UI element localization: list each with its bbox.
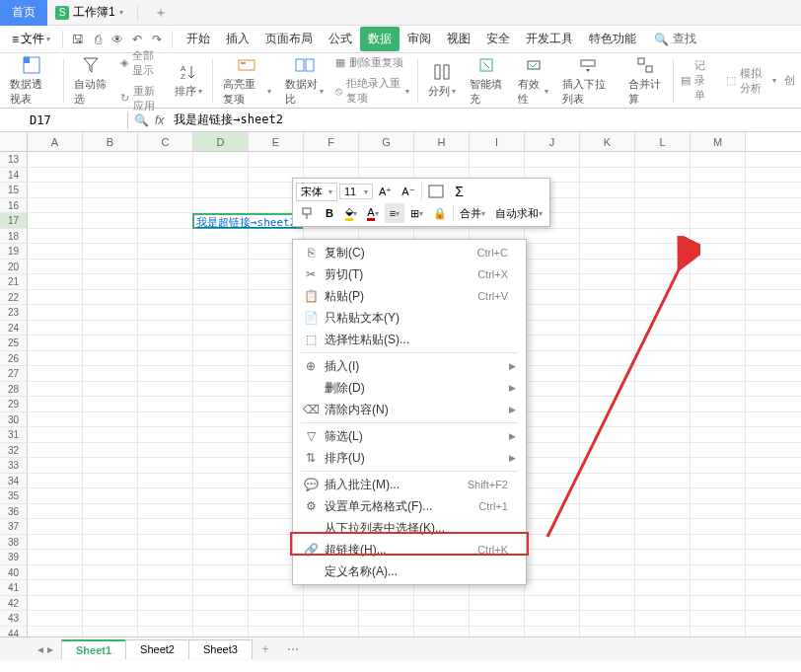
cell-D35[interactable] (193, 488, 249, 503)
record-form-button[interactable]: ▤记录单 (677, 56, 720, 105)
cell-E13[interactable] (249, 152, 304, 167)
context-item-paste[interactable]: 📋粘贴(P)Ctrl+V (293, 285, 526, 307)
cell-B43[interactable] (83, 611, 138, 626)
cell-D31[interactable] (193, 427, 249, 442)
cell-M19[interactable] (691, 244, 746, 259)
format-painter-button[interactable] (296, 203, 318, 223)
cell-K20[interactable] (580, 260, 635, 274)
cell-K37[interactable] (580, 519, 635, 534)
cell-C23[interactable] (138, 305, 193, 320)
cell-K23[interactable] (580, 305, 635, 320)
menu-item-3[interactable]: 公式 (321, 27, 360, 51)
cell-F42[interactable] (304, 596, 359, 611)
col-header-F[interactable]: F (304, 132, 359, 151)
cell-D25[interactable] (193, 336, 249, 350)
cell-B37[interactable] (83, 519, 138, 534)
cell-D13[interactable] (193, 152, 249, 167)
sheet-list-button[interactable]: ⋯ (279, 639, 307, 659)
cell-L14[interactable] (635, 168, 691, 183)
row-header-19[interactable]: 19 (0, 244, 28, 259)
formula-input[interactable]: 我是超链接→sheet2 (170, 110, 287, 130)
name-box[interactable]: D17 (0, 112, 128, 129)
cell-L13[interactable] (635, 152, 691, 167)
cell-E42[interactable] (249, 596, 304, 611)
cell-K29[interactable] (580, 397, 635, 411)
cell-D27[interactable] (193, 366, 249, 381)
menu-item-5[interactable]: 审阅 (400, 27, 439, 51)
cell-C19[interactable] (138, 244, 193, 259)
cell-L38[interactable] (635, 535, 691, 550)
cell-C33[interactable] (138, 458, 193, 473)
row-header-42[interactable]: 42 (0, 596, 28, 611)
cell-C30[interactable] (138, 412, 193, 427)
document-tab[interactable]: S 工作簿1 ▾ (47, 0, 131, 25)
cell-J39[interactable] (525, 550, 580, 564)
cell-A23[interactable] (28, 305, 83, 320)
cell-D30[interactable] (193, 412, 249, 427)
cell-A27[interactable] (28, 366, 83, 381)
row-header-29[interactable]: 29 (0, 397, 28, 411)
cell-B13[interactable] (83, 152, 138, 167)
cell-B31[interactable] (83, 427, 138, 442)
cell-J30[interactable] (525, 412, 580, 427)
cell-C37[interactable] (138, 519, 193, 534)
cell-M36[interactable] (691, 504, 746, 519)
cell-A39[interactable] (28, 550, 83, 564)
row-header-18[interactable]: 18 (0, 229, 28, 244)
cell-M13[interactable] (691, 152, 746, 167)
cell-F13[interactable] (304, 152, 359, 167)
cell-M26[interactable] (691, 351, 746, 366)
cell-J24[interactable] (525, 321, 580, 336)
cell-L26[interactable] (635, 351, 691, 366)
cell-M29[interactable] (691, 397, 746, 411)
col-header-G[interactable]: G (359, 132, 414, 151)
cell-C40[interactable] (138, 565, 193, 580)
row-header-26[interactable]: 26 (0, 351, 28, 366)
cell-M38[interactable] (691, 535, 746, 550)
cell-D15[interactable] (193, 183, 249, 197)
cell-M17[interactable] (691, 213, 746, 228)
cell-L43[interactable] (635, 611, 691, 626)
cell-C14[interactable] (138, 168, 193, 183)
sheet-nav-last[interactable]: ▸ (47, 642, 53, 656)
fill-color-button[interactable]: ⬙▾ (341, 203, 361, 223)
cell-K24[interactable] (580, 321, 635, 336)
cell-A40[interactable] (28, 565, 83, 580)
context-item-clear[interactable]: ⌫清除内容(N)▶ (293, 399, 526, 420)
cell-C38[interactable] (138, 535, 193, 550)
cell-B22[interactable] (83, 290, 138, 305)
row-header-43[interactable]: 43 (0, 611, 28, 626)
cell-M35[interactable] (691, 488, 746, 503)
cell-D26[interactable] (193, 351, 249, 366)
cell-K19[interactable] (580, 244, 635, 259)
consolidate-button[interactable]: 合并计算 (622, 53, 669, 109)
cell-B36[interactable] (83, 504, 138, 519)
cell-B20[interactable] (83, 260, 138, 274)
home-tab[interactable]: 首页 (0, 0, 47, 26)
increase-font-button[interactable]: A⁺ (375, 182, 396, 201)
cell-J33[interactable] (525, 458, 580, 473)
lock-button[interactable]: 🔒 (429, 203, 451, 223)
cell-K43[interactable] (580, 611, 635, 626)
search-menu[interactable]: 🔍 查找 (654, 31, 696, 47)
cell-D16[interactable] (193, 198, 249, 213)
cell-J20[interactable] (525, 260, 580, 274)
row-header-13[interactable]: 13 (0, 152, 28, 167)
cell-C26[interactable] (138, 351, 193, 366)
cell-C24[interactable] (138, 321, 193, 336)
cell-A15[interactable] (28, 183, 83, 197)
cell-J41[interactable] (525, 580, 580, 595)
cell-K21[interactable] (580, 274, 635, 289)
cell-C42[interactable] (138, 596, 193, 611)
cell-B24[interactable] (83, 321, 138, 336)
font-family-select[interactable]: 宋体▾ (296, 183, 337, 201)
cell-D36[interactable] (193, 504, 249, 519)
cell-M41[interactable] (691, 580, 746, 595)
cell-J28[interactable] (525, 382, 580, 397)
cell-L36[interactable] (635, 504, 691, 519)
cell-B18[interactable] (83, 229, 138, 244)
cell-A22[interactable] (28, 290, 83, 305)
cell-K14[interactable] (580, 168, 635, 183)
cell-L31[interactable] (635, 427, 691, 442)
cell-D20[interactable] (193, 260, 249, 274)
